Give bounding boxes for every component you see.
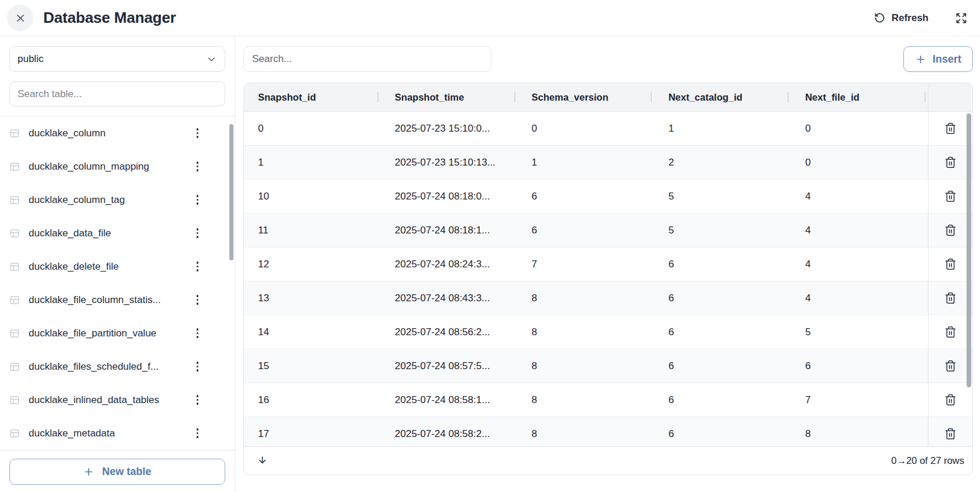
sidebar-table-item[interactable]: ducklake_column_tag [0, 183, 235, 216]
delete-row-button[interactable] [944, 326, 957, 338]
download-button[interactable] [257, 455, 268, 466]
table-cell[interactable]: 4 [791, 281, 928, 315]
table-cell[interactable]: 1 [654, 112, 791, 145]
table-cell[interactable]: 6 [654, 349, 791, 383]
table-cell[interactable]: 7 [518, 247, 655, 281]
table-cell[interactable]: 0 [518, 112, 655, 145]
table-cell[interactable]: 1 [244, 146, 381, 179]
table-cell[interactable]: 1 [518, 146, 655, 179]
column-header[interactable]: Snapshot_id [244, 83, 381, 111]
table-menu-button[interactable] [194, 225, 201, 241]
table-scrollbar[interactable] [967, 113, 971, 387]
table-cell[interactable]: 6 [654, 383, 791, 417]
delete-row-button[interactable] [944, 190, 957, 202]
row-search-input[interactable] [243, 46, 491, 72]
table-cell[interactable]: 0 [791, 112, 928, 145]
table-cell[interactable]: 4 [791, 214, 928, 247]
new-table-button[interactable]: New table [9, 459, 225, 485]
fullscreen-button[interactable] [955, 12, 967, 24]
table-cell[interactable]: 8 [518, 349, 655, 383]
delete-row-button[interactable] [944, 292, 957, 304]
table-search-input[interactable] [9, 81, 225, 106]
table-row[interactable]: 122025-07-24 08:24:3...764 [244, 247, 972, 281]
refresh-button[interactable]: Refresh [874, 12, 929, 24]
table-cell[interactable]: 6 [654, 247, 791, 281]
column-header[interactable]: Snapshot_time [381, 83, 518, 111]
table-cell[interactable]: 6 [654, 281, 791, 315]
delete-row-button[interactable] [944, 122, 957, 135]
table-row[interactable]: 02025-07-23 15:10:0...010 [244, 112, 972, 146]
table-cell[interactable]: 4 [791, 180, 928, 213]
table-cell[interactable]: 11 [244, 214, 381, 247]
table-cell[interactable]: 2025-07-24 08:56:2... [381, 315, 518, 349]
sidebar-table-item[interactable]: ducklake_files_scheduled_f... [0, 350, 235, 383]
table-menu-button[interactable] [194, 359, 201, 374]
table-row[interactable]: 142025-07-24 08:56:2...865 [244, 315, 972, 349]
table-cell[interactable]: 0 [791, 146, 928, 179]
table-menu-button[interactable] [194, 392, 201, 408]
sidebar-table-item[interactable]: ducklake_column [0, 116, 235, 150]
table-cell[interactable]: 5 [654, 214, 791, 247]
delete-row-button[interactable] [944, 156, 957, 168]
table-cell[interactable]: 2025-07-24 08:43:3... [381, 281, 518, 315]
table-menu-button[interactable] [194, 125, 201, 141]
table-cell[interactable]: 2025-07-24 08:58:2... [381, 417, 518, 446]
table-cell[interactable]: 14 [244, 315, 381, 349]
table-cell[interactable]: 17 [244, 417, 381, 446]
table-cell[interactable]: 7 [791, 383, 928, 417]
table-cell[interactable]: 15 [244, 349, 381, 383]
table-menu-button[interactable] [194, 159, 201, 174]
table-row[interactable]: 162025-07-24 08:58:1...867 [244, 383, 972, 417]
table-menu-button[interactable] [194, 325, 201, 341]
table-menu-button[interactable] [194, 259, 201, 274]
table-menu-button[interactable] [194, 192, 201, 208]
delete-row-button[interactable] [944, 224, 957, 236]
table-cell[interactable]: 6 [654, 315, 791, 349]
table-menu-button[interactable] [194, 292, 201, 308]
insert-button[interactable]: Insert [903, 46, 973, 72]
table-cell[interactable]: 12 [244, 247, 381, 281]
delete-row-button[interactable] [944, 394, 957, 406]
table-cell[interactable]: 2025-07-23 15:10:13... [381, 146, 518, 179]
sidebar-table-item[interactable]: ducklake_data_file [0, 216, 235, 250]
table-cell[interactable]: 8 [518, 281, 655, 315]
sidebar-table-item[interactable]: ducklake_delete_file [0, 250, 235, 283]
table-cell[interactable]: 5 [791, 315, 928, 349]
sidebar-table-item[interactable]: ducklake_file_column_statis... [0, 283, 235, 316]
table-cell[interactable]: 2025-07-24 08:24:3... [381, 247, 518, 281]
schema-select[interactable]: public [9, 46, 225, 72]
table-cell[interactable]: 6 [518, 180, 655, 213]
table-cell[interactable]: 4 [791, 247, 928, 281]
column-header[interactable]: Schema_version [518, 83, 655, 111]
table-cell[interactable]: 2025-07-24 08:18:1... [381, 214, 518, 247]
sidebar-table-item[interactable]: ducklake_file_partition_value [0, 316, 235, 350]
table-cell[interactable]: 8 [791, 417, 928, 446]
table-cell[interactable]: 6 [654, 417, 791, 446]
table-cell[interactable]: 8 [518, 417, 655, 446]
table-row[interactable]: 132025-07-24 08:43:3...864 [244, 281, 972, 315]
table-cell[interactable]: 0 [244, 112, 381, 145]
table-cell[interactable]: 2025-07-24 08:58:1... [381, 383, 518, 417]
table-cell[interactable]: 16 [244, 383, 381, 417]
table-cell[interactable]: 2025-07-24 08:18:0... [381, 180, 518, 213]
table-row[interactable]: 112025-07-24 08:18:1...654 [244, 214, 972, 247]
delete-row-button[interactable] [944, 360, 957, 372]
table-cell[interactable]: 2025-07-24 08:57:5... [381, 349, 518, 383]
table-cell[interactable]: 5 [654, 180, 791, 213]
close-button[interactable] [7, 5, 33, 31]
column-header[interactable]: Next_catalog_id [654, 83, 791, 111]
table-cell[interactable]: 2025-07-23 15:10:0... [381, 112, 518, 145]
table-menu-button[interactable] [194, 425, 201, 441]
sidebar-table-item[interactable]: ducklake_metadata [0, 417, 235, 450]
table-cell[interactable]: 8 [518, 315, 655, 349]
sidebar-scrollbar[interactable] [229, 124, 233, 260]
table-cell[interactable]: 13 [244, 281, 381, 315]
table-cell[interactable]: 8 [518, 383, 655, 417]
column-header[interactable]: Next_file_id [791, 83, 928, 111]
delete-row-button[interactable] [944, 428, 957, 440]
sidebar-table-item[interactable]: ducklake_column_mapping [0, 150, 235, 183]
table-cell[interactable]: 6 [518, 214, 655, 247]
sidebar-table-item[interactable]: ducklake_inlined_data_tables [0, 383, 235, 417]
table-row[interactable]: 102025-07-24 08:18:0...654 [244, 180, 972, 214]
table-row[interactable]: 12025-07-23 15:10:13...120 [244, 146, 972, 180]
